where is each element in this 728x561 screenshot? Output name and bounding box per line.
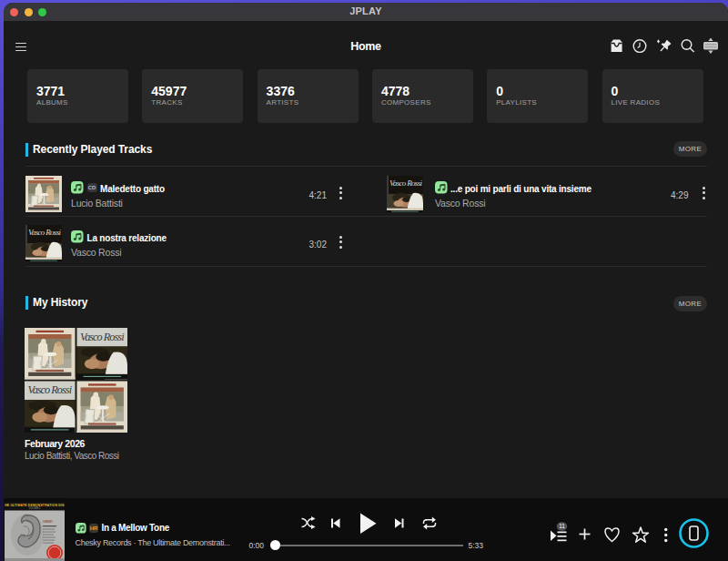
svg-text:11: 11: [559, 523, 565, 529]
